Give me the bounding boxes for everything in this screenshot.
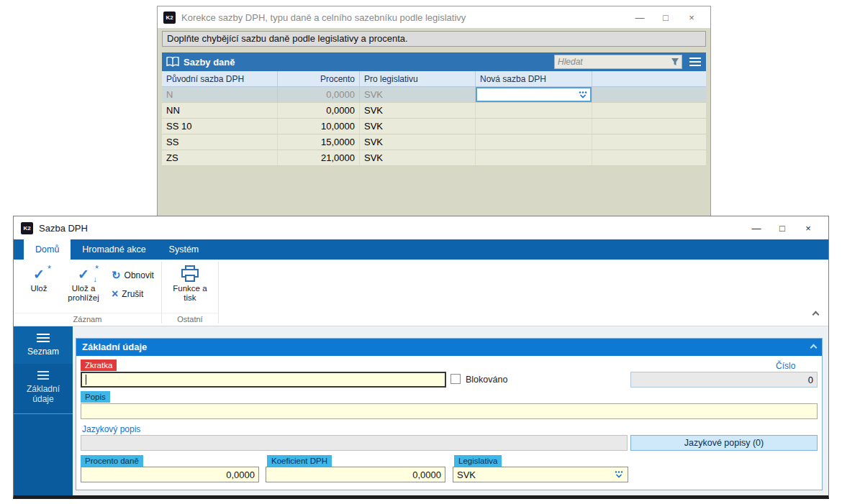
star-icon: * (47, 263, 51, 274)
list-menu-icon (37, 334, 50, 342)
zkratka-label: Zkratka (81, 359, 117, 371)
group-label-zaznam: Záznam (14, 313, 161, 326)
left-sidebar: Seznam Základní údaje (14, 326, 73, 495)
col-header-pro-legislativu[interactable]: Pro legislativu (360, 71, 476, 86)
jazykove-popisy-button[interactable]: Jazykové popisy (0) (630, 435, 818, 451)
panel-header: Základní údaje (76, 339, 822, 356)
filter-funnel-icon[interactable] (671, 58, 679, 66)
ribbon-separator (218, 262, 219, 324)
window-sazba-dph: K2 Sazba DPH — □ × Domů Hromadné akce Sy… (13, 216, 829, 499)
sazby-dane-table: Původní sazba DPH Procento Pro legislati… (162, 71, 706, 166)
details-list-icon (37, 371, 49, 380)
col-header-nova-sazba[interactable]: Nová sazba DPH (476, 71, 592, 86)
book-icon (166, 57, 179, 67)
ribbon-group-zaznam: ✓ * Ulož ✓ ↓ * Ulož a prohlížej (14, 260, 161, 326)
sidebar-item-seznam[interactable]: Seznam (14, 326, 73, 364)
ribbon-tab-bar: Domů Hromadné akce Systém (14, 239, 828, 260)
front-window-title: Sazba DPH (39, 223, 88, 234)
desktop: K2 Korekce sazby DPH, typu daně a celníh… (0, 0, 842, 504)
panel-title: Základní údaje (82, 339, 147, 356)
cell-legislativa: SVK (360, 119, 476, 134)
table-row[interactable]: NN 0,0000 SVK (162, 103, 706, 119)
ribbon-group-ostatni: Funkce a tisk Ostatní (162, 260, 218, 326)
table-row[interactable]: SS 15,0000 SVK (162, 134, 706, 150)
cell-nova-sazba (476, 119, 592, 134)
popis-label: Popis (81, 391, 110, 403)
save-button[interactable]: ✓ * Ulož (18, 262, 60, 293)
blokovano-label: Blokováno (466, 375, 507, 385)
minimize-button[interactable]: — (743, 219, 769, 237)
minimize-button[interactable]: — (627, 8, 653, 27)
maximize-button[interactable]: □ (653, 8, 679, 27)
table-title: Sazby daně (184, 57, 235, 68)
tab-domu[interactable]: Domů (24, 239, 71, 260)
col-header-procento[interactable]: Procento (278, 71, 360, 86)
k2-app-icon: K2 (21, 222, 33, 234)
koeficient-dph-input[interactable]: 0,0000 (266, 467, 445, 482)
table-row[interactable]: SS 10 10,0000 SVK (162, 119, 706, 134)
back-window-title: Korekce sazby DPH, typu daně a celního s… (181, 12, 466, 23)
table-row-selected[interactable]: N 0,0000 SVK (162, 87, 706, 103)
zakladni-udaje-panel: Základní údaje Zkratka Blokováno Číslo (76, 338, 823, 490)
procento-dane-input[interactable]: 0,0000 (81, 467, 259, 482)
close-button[interactable]: × (795, 219, 821, 237)
save-and-view-button[interactable]: ✓ ↓ * Ulož a prohlížej (60, 262, 107, 303)
dropdown-icon (578, 91, 588, 99)
legislativa-label: Legislativa (454, 455, 502, 467)
refresh-icon: ↻ (112, 269, 121, 282)
popis-input[interactable] (81, 403, 818, 419)
dialog-korekce-sazby-dph: K2 Korekce sazby DPH, typu daně a celníh… (157, 6, 711, 239)
tab-hromadne-akce[interactable]: Hromadné akce (71, 239, 157, 260)
legislativa-combobox[interactable]: SVK (453, 467, 628, 482)
procento-dane-label: Procento daně (81, 455, 143, 467)
cell-legislativa: SVK (360, 103, 476, 118)
check-icon: ✓ (78, 267, 89, 281)
cell-procento: 0,0000 (278, 103, 360, 118)
k2-app-icon: K2 (163, 12, 176, 24)
table-caption-bar: Sazby daně (162, 52, 706, 71)
cell-procento: 15,0000 (278, 134, 360, 150)
panel-collapse-chevron[interactable] (811, 339, 816, 356)
sidebar-item-zakladni-udaje[interactable]: Základní údaje (14, 364, 73, 414)
search-input[interactable] (555, 57, 671, 67)
nova-sazba-combobox[interactable] (476, 87, 592, 102)
printer-icon (166, 264, 214, 284)
ribbon-collapse-chevron[interactable] (813, 307, 818, 320)
star-icon: * (95, 263, 99, 274)
cell-sazba: N (162, 87, 278, 102)
arrow-down-icon: ↓ (94, 275, 98, 283)
koeficient-dph-label: Koeficient DPH (267, 455, 332, 467)
search-box (554, 55, 682, 69)
back-window-titlebar[interactable]: K2 Korekce sazby DPH, typu daně a celníh… (158, 6, 710, 28)
blokovano-checkbox[interactable] (451, 374, 461, 384)
close-button[interactable]: × (679, 8, 705, 27)
cell-nova-sazba (476, 150, 592, 165)
cell-nova-sazba (476, 103, 592, 118)
front-window-titlebar[interactable]: K2 Sazba DPH — □ × (14, 216, 828, 239)
cell-procento: 21,0000 (278, 150, 360, 165)
jazykovy-popis-field[interactable] (81, 435, 628, 451)
grid-menu-icon[interactable] (684, 52, 706, 71)
tab-system[interactable]: Systém (158, 239, 211, 260)
table-row[interactable]: ZS 21,0000 SVK (162, 150, 706, 166)
jazykovy-popis-label: Jazykový popis (82, 424, 140, 434)
maximize-button[interactable]: □ (769, 219, 795, 237)
cell-legislativa: SVK (360, 134, 476, 150)
cancel-button[interactable]: × Zrušit (112, 288, 154, 300)
x-icon: × (112, 288, 118, 300)
functions-print-button[interactable]: Funkce a tisk (166, 262, 214, 303)
cell-nova-sazba (476, 134, 592, 150)
cell-legislativa: SVK (360, 150, 476, 165)
cell-sazba: ZS (162, 150, 278, 165)
cell-nova-sazba (476, 87, 592, 102)
zkratka-input[interactable] (81, 372, 446, 388)
cell-procento: 10,0000 (278, 119, 360, 134)
panel-body: Zkratka Blokováno Číslo 0 Popis (76, 356, 822, 490)
ribbon: ✓ * Ulož ✓ ↓ * Ulož a prohlížej (14, 260, 828, 326)
refresh-button[interactable]: ↻ Obnovit (112, 269, 154, 282)
cell-sazba: NN (162, 103, 278, 118)
cislo-field[interactable]: 0 (630, 372, 818, 388)
col-header-puvodni-sazba[interactable]: Původní sazba DPH (162, 71, 278, 86)
cell-sazba: SS 10 (162, 119, 278, 134)
cell-sazba: SS (162, 134, 278, 150)
